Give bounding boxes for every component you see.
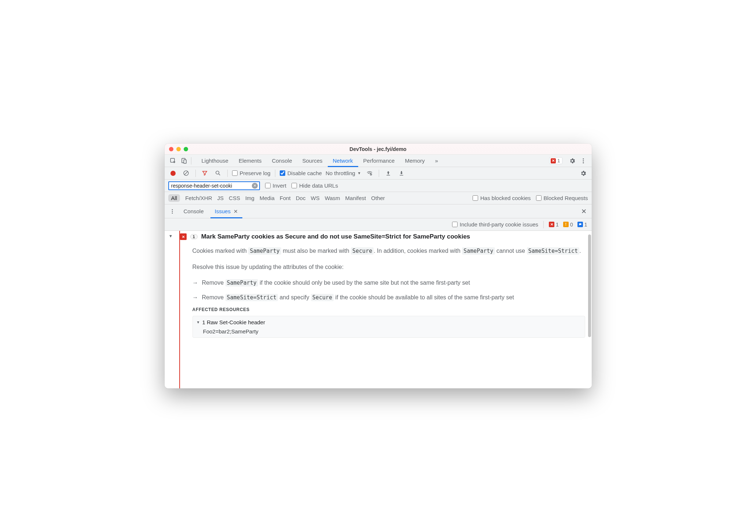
minimize-window-button[interactable]	[176, 147, 181, 151]
issue-header[interactable]: ✕ 1 Mark SameParty cookies as Secure and…	[180, 233, 585, 240]
network-settings-gear-icon[interactable]	[579, 169, 588, 178]
arrow-right-icon: →	[192, 278, 198, 288]
tab-console[interactable]: Console	[267, 155, 297, 167]
type-media[interactable]: Media	[260, 195, 275, 201]
tabs-overflow[interactable]: »	[430, 155, 443, 167]
network-toolbar: Preserve log Disable cache No throttling…	[165, 167, 592, 180]
tab-network[interactable]: Network	[328, 155, 358, 167]
type-other[interactable]: Other	[371, 195, 385, 201]
error-icon: ✕	[180, 233, 187, 240]
type-js[interactable]: JS	[217, 195, 224, 201]
issues-info-count[interactable]: 1	[577, 222, 587, 228]
window-title: DevTools - jec.fyi/demo	[349, 146, 406, 152]
type-all[interactable]: All	[168, 194, 180, 202]
resolution-step: → Remove SameSite=Strict and specify Sec…	[192, 293, 585, 302]
filter-input-text: response-header-set-cooki	[171, 183, 250, 189]
tab-performance[interactable]: Performance	[358, 155, 400, 167]
type-font[interactable]: Font	[280, 195, 291, 201]
main-tabs-row: Lighthouse Elements Console Sources Netw…	[165, 155, 592, 167]
scrollbar-thumb[interactable]	[588, 234, 591, 337]
close-tab-icon[interactable]: ✕	[234, 208, 238, 214]
svg-point-7	[216, 171, 219, 174]
issue-occurrence-count: 1	[190, 234, 198, 239]
error-icon: ✕	[551, 158, 556, 163]
download-har-icon[interactable]	[397, 169, 406, 178]
type-img[interactable]: Img	[245, 195, 254, 201]
filter-funnel-icon[interactable]	[200, 169, 210, 178]
affected-summary[interactable]: ▼ 1 Raw Set-Cookie header	[197, 319, 581, 325]
chevron-down-icon: ▼	[357, 171, 361, 175]
svg-point-12	[172, 211, 173, 212]
throttling-select[interactable]: No throttling ▼	[326, 170, 361, 176]
more-menu-icon[interactable]	[579, 156, 588, 166]
issue-description: Cookies marked with SameParty must also …	[180, 246, 585, 302]
affected-resources-heading: AFFECTED RESOURCES	[192, 307, 585, 312]
upload-har-icon[interactable]	[383, 169, 393, 178]
settings-gear-icon[interactable]	[568, 156, 577, 166]
error-count: 1	[557, 158, 560, 163]
type-wasm[interactable]: Wasm	[325, 195, 340, 201]
filter-row: response-header-set-cooki ✕ Invert Hide …	[165, 180, 592, 192]
svg-rect-10	[400, 175, 403, 175]
issues-warning-count[interactable]: ! 0	[563, 222, 573, 228]
issues-error-count[interactable]: ✕ 1	[549, 222, 559, 228]
type-fetch-xhr[interactable]: Fetch/XHR	[185, 195, 212, 201]
clear-icon[interactable]	[181, 169, 191, 178]
separator	[191, 157, 191, 165]
record-button[interactable]	[168, 169, 178, 178]
type-manifest[interactable]: Manifest	[345, 195, 366, 201]
affected-value: Foo2=bar2;SameParty	[203, 328, 581, 335]
filter-input[interactable]: response-header-set-cooki ✕	[168, 181, 260, 190]
expand-triangle-icon[interactable]: ▼	[169, 234, 173, 238]
issues-options-bar: Include third-party cookie issues ✕ 1 ! …	[165, 218, 592, 231]
svg-point-13	[172, 213, 173, 214]
include-third-party-checkbox[interactable]: Include third-party cookie issues	[452, 221, 538, 228]
tab-lighthouse[interactable]: Lighthouse	[197, 155, 234, 167]
device-toolbar-icon[interactable]	[179, 156, 189, 166]
svg-rect-2	[184, 160, 186, 163]
error-icon: ✕	[549, 222, 554, 227]
close-drawer-icon[interactable]: ✕	[579, 207, 589, 216]
tab-elements[interactable]: Elements	[234, 155, 267, 167]
hide-data-urls-checkbox[interactable]: Hide data URLs	[291, 182, 338, 189]
issue-title: Mark SameParty cookies as Secure and do …	[201, 233, 470, 240]
disable-cache-checkbox[interactable]: Disable cache	[280, 170, 322, 176]
affected-resources: ▼ 1 Raw Set-Cookie header Foo2=bar2;Same…	[192, 316, 585, 338]
main-tabs: Lighthouse Elements Console Sources Netw…	[197, 155, 443, 167]
close-window-button[interactable]	[169, 147, 173, 151]
svg-point-4	[583, 160, 584, 161]
info-icon	[577, 222, 583, 227]
blocked-requests-checkbox[interactable]: Blocked Requests	[536, 195, 588, 201]
clear-filter-icon[interactable]: ✕	[252, 183, 258, 189]
svg-point-11	[172, 209, 173, 210]
type-doc[interactable]: Doc	[296, 195, 306, 201]
maximize-window-button[interactable]	[184, 147, 188, 151]
drawer-tab-console[interactable]: Console	[179, 204, 208, 218]
type-ws[interactable]: WS	[311, 195, 319, 201]
issue-panel: ▼ ✕ 1 Mark SameParty cookies as Secure a…	[165, 231, 592, 388]
search-icon[interactable]	[213, 169, 223, 178]
window-controls	[169, 147, 188, 151]
has-blocked-cookies-checkbox[interactable]: Has blocked cookies	[473, 195, 531, 201]
network-conditions-icon[interactable]	[365, 169, 374, 178]
drawer-tab-issues[interactable]: Issues ✕	[210, 204, 242, 218]
drawer-more-icon[interactable]	[168, 207, 177, 216]
tab-sources[interactable]: Sources	[297, 155, 327, 167]
type-filter-row: All Fetch/XHR JS CSS Img Media Font Doc …	[165, 192, 592, 204]
warning-icon: !	[563, 222, 569, 227]
devtools-window: DevTools - jec.fyi/demo Lighthouse Eleme…	[165, 144, 592, 388]
svg-rect-9	[386, 175, 390, 175]
arrow-right-icon: →	[192, 293, 198, 302]
titlebar: DevTools - jec.fyi/demo	[165, 144, 592, 155]
error-count-badge[interactable]: ✕ 1	[549, 157, 562, 164]
svg-point-3	[583, 158, 584, 159]
tab-memory[interactable]: Memory	[400, 155, 430, 167]
expand-triangle-icon[interactable]: ▼	[197, 320, 200, 324]
issue-gutter: ▼	[165, 231, 177, 388]
type-css[interactable]: CSS	[229, 195, 240, 201]
drawer-tabs: Console Issues ✕ ✕	[165, 204, 592, 218]
svg-point-5	[583, 162, 584, 163]
invert-checkbox[interactable]: Invert	[265, 182, 287, 189]
preserve-log-checkbox[interactable]: Preserve log	[232, 170, 271, 176]
inspect-element-icon[interactable]	[168, 156, 178, 166]
